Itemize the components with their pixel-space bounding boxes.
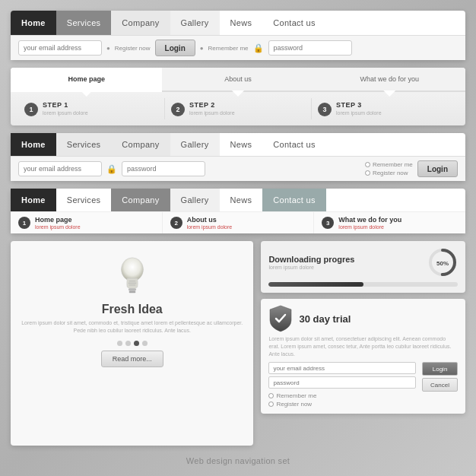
nav2-home[interactable]: Home: [11, 133, 56, 156]
trial-left: Remember me Register now: [268, 362, 416, 408]
nav-bar-2: Home Services Company Gallery News Conta…: [11, 133, 465, 181]
nav3-step-sub-1: lorem ipsum dolore: [35, 224, 81, 230]
nav3-news[interactable]: News: [220, 189, 263, 211]
progress-card: Downloading progres lorem ipsum dolore 5…: [261, 241, 465, 293]
lock-icon-2: 🔒: [106, 164, 117, 174]
fresh-idea-text: Lorem ipsum dolor sit amet, commodo et, …: [20, 319, 244, 335]
nav3-step-title-2: About us: [187, 216, 233, 224]
nav1-remember-dot: ●: [200, 45, 204, 52]
dot-1[interactable]: [117, 341, 122, 346]
remember-label-2: Remember me: [373, 161, 413, 168]
footer-label: Web design navigation set: [186, 456, 290, 465]
step-tab-about[interactable]: About us: [162, 68, 313, 92]
nav3-step-sub-2: lorem ipsum dolore: [187, 224, 233, 230]
trial-email-input[interactable]: [268, 362, 416, 374]
nav2-login-button[interactable]: Login: [417, 160, 458, 177]
trial-register: Register now: [268, 401, 416, 408]
trial-password-input[interactable]: [268, 376, 416, 389]
trial-register-label: Register now: [276, 401, 312, 408]
nav1-news[interactable]: News: [220, 11, 263, 35]
trial-radio-remember: [268, 393, 274, 398]
nav2-password-input[interactable]: [122, 161, 205, 176]
nav3-services[interactable]: Services: [56, 189, 112, 211]
dot-4[interactable]: [142, 341, 148, 346]
step-text-2: STEP 2 lorem ipsum dolore: [189, 101, 235, 116]
nav1-gallery[interactable]: Gallery: [170, 11, 220, 35]
nav2-company[interactable]: Company: [111, 133, 170, 156]
nav2-email-input[interactable]: [18, 161, 102, 176]
trial-title: 30 day trial: [299, 313, 351, 325]
nav3-step-badge-1: 1: [18, 217, 30, 229]
lightbulb-icon: [109, 252, 155, 298]
right-cards: Downloading progres lorem ipsum dolore 5…: [261, 241, 465, 446]
nav1-register-text: Register now: [115, 45, 151, 52]
nav3-step-3[interactable]: 3 What we do for you lorem ipsum dolore: [314, 212, 465, 233]
nav3-step-text-1: Home page lorem ipsum dolore: [35, 216, 81, 230]
nav2-register: Register now: [365, 170, 413, 176]
step-text-3: STEP 3 lorem ipsum dolore: [336, 101, 382, 116]
step-label-2: STEP 2: [189, 101, 235, 109]
nav3-company[interactable]: Company: [111, 189, 170, 211]
nav2-radio-group: Remember me Register now: [365, 161, 413, 176]
svg-rect-5: [129, 290, 135, 293]
nav3-step-1[interactable]: 1 Home page lorem ipsum dolore: [11, 212, 163, 233]
svg-point-0: [121, 257, 143, 281]
nav1-home[interactable]: Home: [11, 11, 56, 35]
nav1-services[interactable]: Services: [56, 11, 112, 35]
dot-2[interactable]: [125, 341, 131, 346]
shield-icon: [268, 305, 293, 332]
trial-bottom: Remember me Register now Login Cancel: [268, 362, 458, 408]
trial-remember-label: Remember me: [276, 392, 316, 399]
step-number-3: 3: [318, 103, 332, 116]
progress-fill: [268, 282, 363, 287]
step-number-1: 1: [24, 103, 38, 116]
nav2-remember: Remember me: [365, 161, 413, 168]
step-number-2: 2: [171, 103, 185, 116]
trial-cancel-button[interactable]: Cancel: [422, 378, 458, 392]
nav2-news[interactable]: News: [220, 133, 263, 156]
nav3-step-badge-2: 2: [170, 217, 182, 229]
circle-progress: 50%: [427, 247, 458, 278]
svg-text:50%: 50%: [436, 260, 449, 267]
steps-row: 1 STEP 1 lorem ipsum dolore 2 STEP 2 lor…: [11, 92, 465, 125]
nav3-step-tabs: 1 Home page lorem ipsum dolore 2 About u…: [11, 211, 465, 233]
step-tab-home[interactable]: Home page: [11, 68, 162, 92]
nav1-email-input[interactable]: [18, 40, 102, 56]
nav3-step-2[interactable]: 2 About us lorem ipsum dolore: [163, 212, 315, 233]
bulb-container: [102, 250, 163, 300]
step-bar-1: Home page About us What we do for you 1 …: [11, 68, 465, 125]
nav1-contact[interactable]: Contact us: [262, 11, 326, 35]
nav2-contact[interactable]: Contact us: [262, 133, 326, 156]
trial-inputs: [268, 362, 416, 389]
nav2-gallery[interactable]: Gallery: [170, 133, 220, 156]
trial-title-block: 30 day trial: [299, 313, 351, 325]
radio-dot-remember: [365, 162, 370, 167]
lock-icon: 🔒: [253, 43, 264, 53]
nav1-register-label: ●: [106, 45, 110, 52]
progress-circle-svg: 50%: [427, 247, 458, 278]
nav3-step-sub-3: lorem ipsum dolore: [338, 224, 401, 230]
radio-dot-register: [365, 170, 370, 176]
progress-title: Downloading progres: [268, 255, 354, 264]
progress-sub: lorem ipsum dolore: [268, 265, 354, 270]
nav3-gallery[interactable]: Gallery: [170, 189, 220, 211]
nav1-company[interactable]: Company: [111, 11, 170, 35]
nav1-login-button[interactable]: Login: [155, 40, 195, 56]
step-label-3: STEP 3: [336, 101, 382, 109]
trial-card: 30 day trial Lorem ipsum dolor sit amet,…: [261, 299, 465, 414]
dot-3[interactable]: [134, 341, 139, 346]
nav2-top: Home Services Company Gallery News Conta…: [11, 133, 465, 156]
nav3-home[interactable]: Home: [11, 189, 56, 211]
step-tabs: Home page About us What we do for you: [11, 68, 465, 92]
trial-login-button[interactable]: Login: [422, 362, 458, 376]
read-more-button[interactable]: Read more...: [101, 351, 163, 367]
step-text-1: STEP 1 lorem ipsum dolore: [43, 101, 88, 116]
progress-text-block: Downloading progres lorem ipsum dolore: [268, 255, 354, 270]
fresh-idea-card: Fresh Idea Lorem ipsum dolor sit amet, c…: [11, 241, 253, 446]
step-tab-what[interactable]: What we do for you: [314, 68, 465, 92]
nav2-services[interactable]: Services: [56, 133, 112, 156]
nav-bar-1: Home Services Company Gallery News Conta…: [11, 11, 465, 60]
bottom-section: Fresh Idea Lorem ipsum dolor sit amet, c…: [11, 241, 465, 446]
nav3-contact[interactable]: Contact us: [262, 189, 326, 211]
nav1-password-input[interactable]: [268, 40, 352, 56]
